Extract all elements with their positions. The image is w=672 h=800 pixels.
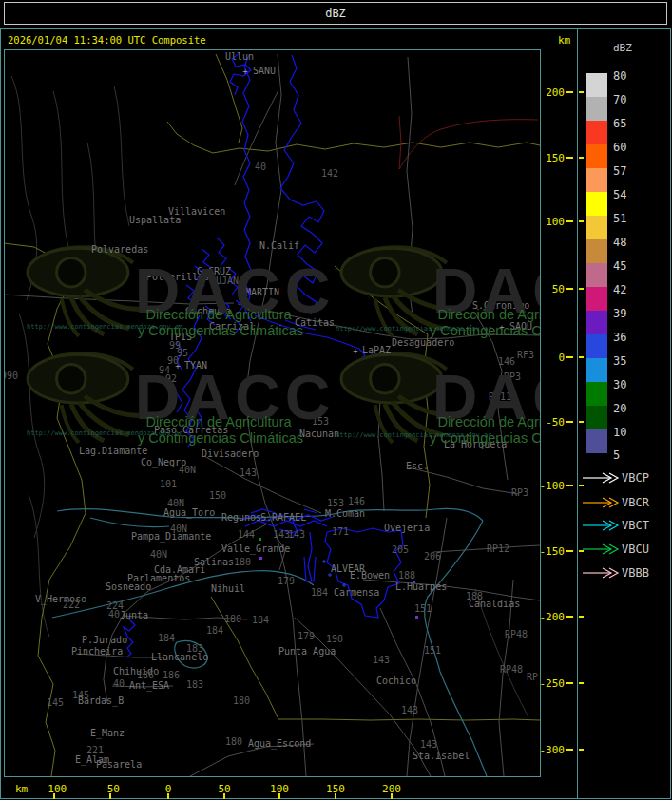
road-line [190,744,314,776]
scale-color-swatch [586,429,607,453]
map-place-label: 180 [233,696,250,706]
map-place-label: 40 [113,679,125,689]
vector-arrow-icon [582,472,620,484]
radar-echo-dot [259,557,262,560]
scale-value-label: 10 [613,427,626,438]
map-place-label: 179 [278,577,295,586]
map-place-label: Nihuil [211,584,245,594]
map-place-label: 143 [288,530,305,540]
scale-value-label: 39 [613,308,626,319]
map-place-label: Ullun [225,52,254,62]
y-axis-tick-label: -100 [540,481,566,491]
scale-color-swatch [586,216,607,239]
map-place-label: 184 [206,626,223,636]
map-place-label: 205 [392,545,409,555]
y-axis-tick-mark [579,157,584,159]
scale-color-swatch [586,144,607,168]
map-place-label: RP48 [500,665,523,675]
x-axis-tick-mark [391,793,393,799]
map-place-label: Uspallata [129,216,181,225]
map-place-label: 990 [4,371,18,381]
scale-value-label: 35 [613,355,626,367]
y-axis-tick-label: 50 [552,284,565,295]
map-place-label: 40 [255,162,266,172]
map-place-label: LaPAZ [362,346,391,355]
map-place-label: E.Bowen [350,571,390,581]
vector-arrow-icon [582,497,620,508]
map-place-label: 180 [234,558,251,567]
map-place-label: Sosneado [106,582,151,592]
road-line [409,467,519,494]
watermark-url: http://www.contingencias.mendoza.gov.ar [336,325,491,333]
map-place-label: 101 [160,480,177,489]
y-axis-tick-label: -250 [540,678,566,689]
contour-line [114,86,129,226]
map-place-label: Valle_Grande [221,544,290,554]
y-axis-tick-mark [566,550,573,552]
vector-legend-label: VBCT [622,520,649,531]
map-place-label: 40 [108,610,120,619]
map-place-label: 40N [150,550,167,560]
map-place-label: 180 [224,615,241,624]
radar-app-window: { "header": { "title": "dBZ" }, "info_ba… [0,0,672,800]
scale-value-label: 54 [613,189,626,200]
scale-value-label: 48 [613,237,626,248]
x-axis-tick-mark [335,793,336,799]
map-place-label: SANU [253,67,276,76]
border-line [167,122,540,153]
vector-legend-label: VBCU [622,543,649,555]
scale-value-label: 20 [613,403,626,414]
y-axis-tick-label: 100 [546,217,565,227]
scale-color-swatch [586,192,607,216]
map-place-label: Divisadero [202,449,259,459]
watermark-org-line1: Dirección de Agricultura [145,414,291,429]
map-place-label: Agua_Escond [248,739,311,749]
x-axis-tick-label: -50 [101,784,120,794]
y-axis-tick-label: -150 [540,546,566,557]
scale-color-swatch [586,263,607,287]
map-place-label: Cochico [376,676,416,686]
x-axis-tick-mark [167,793,169,799]
map-place-label: 183 [186,644,203,654]
scale-value-label: 45 [613,260,626,272]
radar-map-canvas: UllunSANU40142VillavicenUspallataN.Calif… [4,49,541,777]
y-axis-tick-mark [566,220,573,222]
map-place-label: 151 [414,604,432,614]
contour-line [53,91,70,255]
contour-line [29,494,49,637]
y-axis-tick-mark [566,421,573,423]
map-place-label: 186 [163,671,180,680]
map-place-label: S.RAFAEL [260,513,306,523]
map-place-label: Pasarela [96,760,142,770]
map-place-label: Lag.Diamante [79,447,147,456]
scale-value-label: 60 [613,142,626,153]
map-place-label: Junta [120,611,148,620]
x-axis-tick-mark [109,793,111,799]
map-place-label: 143 [373,656,390,665]
map-place-label: Agua_Toro [163,508,215,518]
border-line [5,243,34,247]
scale-color-swatch [586,358,607,382]
radar-station-marker: + [242,67,247,76]
scale-color-swatch [586,311,607,334]
vector-arrow-icon [582,520,620,531]
scale-panel-title: dBZ [613,42,632,54]
x-axis-tick-label: 100 [270,784,289,794]
map-place-label: 144 [238,530,255,540]
map-place-label: 184 [311,588,328,598]
scale-value-label: 30 [613,379,626,390]
scale-value-label: 36 [613,332,626,343]
scale-color-swatch [586,121,607,144]
scale-color-swatch [586,287,607,311]
map-place-label: 206 [424,552,441,562]
map-place-label: 153 [327,499,344,508]
window-title-bar: dBZ [4,2,667,25]
y-axis-tick-label: 150 [546,153,565,163]
scale-value-label: 70 [613,94,626,105]
y-axis-tick-mark [579,485,584,486]
map-place-label: RP12 [487,544,509,554]
river-teal [90,518,169,527]
scale-color-swatch [586,382,607,406]
map-place-label: 142 [321,169,338,179]
scale-color-swatch [586,239,607,263]
